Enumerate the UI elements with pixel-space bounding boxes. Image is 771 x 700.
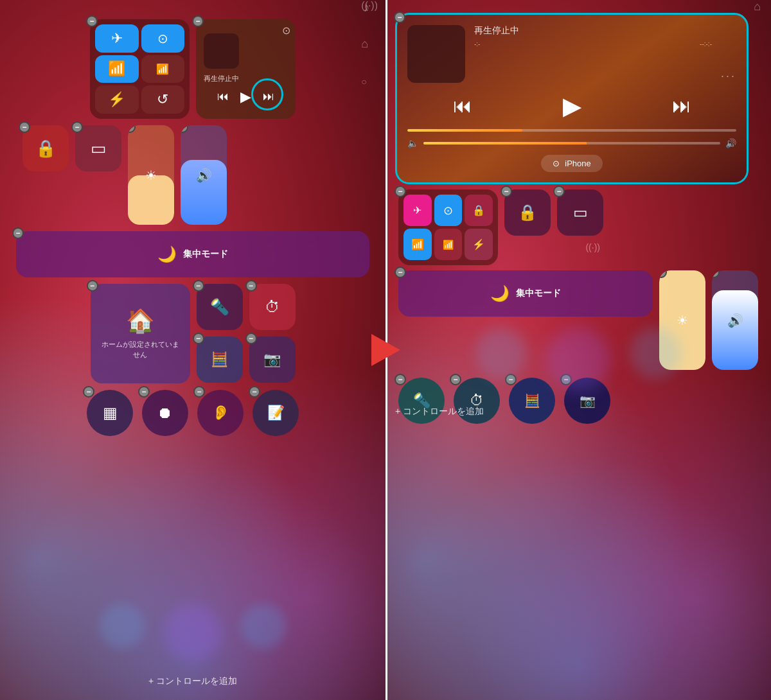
volume-slider[interactable]: − 🔊 [181,125,227,225]
calc-icon-r: 🧮 [524,393,540,408]
play-btn-right[interactable]: ▶ [563,92,581,120]
small-icons-col: − 🔦 − ⏱ − 🧮 [197,284,296,383]
right-sm-row: − 🔒 − ▭ [504,189,603,236]
qr-widget[interactable]: − ▦ [87,390,133,436]
minus-home[interactable]: − [87,280,98,292]
add-control-label-left: + コントロールを追加 [148,676,237,686]
conn-widget-right[interactable]: − ✈ ⊙ 🔒 📶 [398,189,498,265]
lock-right[interactable]: 🔒 [465,195,493,226]
bluetooth-icon-r: ⚡ [472,238,485,250]
minus-volume[interactable]: − [181,125,188,133]
right-content: − 再生停止中 -:- --:-:- ··· ⏮ ▶ ⏭ [386,0,771,430]
deco-circle-2 [164,604,222,661]
next-icon-left[interactable]: ⏭ [263,90,274,103]
minus-notes[interactable]: − [249,386,260,398]
moon-icon-left: 🌙 [157,245,177,263]
deco-circle-1 [100,604,145,649]
volume-icon: 🔊 [196,168,212,183]
left-row4: − 🏠 ホームが設定されていません − 🔦 − [13,284,373,383]
minus-camera[interactable]: − [245,333,257,344]
moon-icon-right: 🌙 [490,284,510,302]
signal-cell[interactable]: 📶 [141,55,185,83]
minus-screen-r[interactable]: − [553,186,565,197]
minus-timer[interactable]: − [245,280,257,292]
minus-qr[interactable]: − [83,386,94,398]
record-widget[interactable]: − ⏺ [142,390,188,436]
play-icon-left[interactable]: ▶ [240,89,251,105]
bluetooth-right[interactable]: ⚡ [465,229,493,260]
airplay-device-name: iPhone [565,159,590,168]
accessibility-icon: 👂 [212,405,229,421]
brightness-slider[interactable]: − ☀ [128,125,174,225]
brightness-icon-r: ☀ [677,313,688,328]
minus-badge-media[interactable]: − [192,15,204,27]
accessibility-widget[interactable]: − 👂 [197,390,244,436]
calc-icon: 🧮 [211,351,228,368]
conn-grid-right: ✈ ⊙ 🔒 📶 📶 [398,189,498,265]
left-row3: − 🌙 集中モード [13,231,373,277]
minus-calc[interactable]: − [193,333,204,344]
minus-lock[interactable]: − [19,121,30,133]
minus-badge[interactable]: − [86,15,98,27]
wifi-cell[interactable]: 📶 [95,55,139,83]
minus-expanded[interactable]: − [394,12,405,23]
add-control-right[interactable]: + コントロールを追加 [395,405,484,417]
deco-r3 [630,328,681,379]
airdrop-cell[interactable]: ⊙ [141,24,185,53]
minus-screen[interactable]: − [71,121,83,133]
deco-circle-3 [241,604,286,649]
notes-widget[interactable]: − 📝 [253,390,299,436]
minus-focus-r[interactable]: − [394,267,406,278]
time-right: --:-:- [700,40,712,48]
home-icon-left: 🏠 [126,308,155,335]
timer-widget[interactable]: − ⏱ [249,284,296,330]
camera-icon-r: 📷 [580,393,596,408]
connectivity-widget[interactable]: − ✈ ⊙ 📶 📶 [90,19,190,119]
minus-lock-r[interactable]: − [501,186,512,197]
progress-fill [407,129,522,132]
left-sm-row1: − 🔒 − ▭ [22,125,121,171]
airdrop-right[interactable]: ⊙ [434,195,463,226]
minus-flash[interactable]: − [193,280,204,292]
minus-record[interactable]: − [138,386,150,398]
prev-btn-right[interactable]: ⏮ [453,95,472,117]
airplane-right[interactable]: ✈ [403,195,432,226]
airplay-btn[interactable]: ⊙ iPhone [541,155,602,172]
media-exp-top: 再生停止中 -:- --:-:- ··· [407,25,736,83]
signal-icon-r: 📶 [443,240,454,250]
calc-widget[interactable]: − 🧮 [197,337,243,383]
signal-right[interactable]: 📶 [434,229,463,260]
bluetooth-cell[interactable]: ⚡ [95,85,139,114]
prev-icon-left[interactable]: ⏮ [217,90,229,103]
screen-sm-right[interactable]: − ▭ [557,189,603,236]
focus-label-right: 集中モード [516,288,561,299]
camera-icon: 📷 [263,351,281,368]
airplane-cell[interactable]: ✈ [95,24,139,53]
minus-conn-right[interactable]: − [394,186,406,197]
lock-sm-right[interactable]: − 🔒 [504,189,551,236]
home-widget-left[interactable]: − 🏠 ホームが設定されていません [91,284,190,383]
airplane-icon-r: ✈ [413,204,421,216]
minus-focus[interactable]: − [12,227,24,239]
media-widget-left[interactable]: − ⊙ 再生停止中 ⏮ ▶ ⏭ [196,19,296,119]
left-row5: − ▦ − ⏺ − 👂 − 📝 [13,390,373,436]
arrow-divider [366,331,405,369]
focus-widget-left[interactable]: − 🌙 集中モード [16,231,369,277]
media-expanded-widget[interactable]: − 再生停止中 -:- --:-:- ··· ⏮ ▶ ⏭ [395,13,749,184]
airplay-device-icon: ⊙ [553,159,560,168]
media-exp-info: 再生停止中 -:- --:-:- [474,25,712,48]
wifi-right[interactable]: 📶 [403,229,432,260]
minus-vol-r[interactable]: − [712,270,720,278]
camera-widget[interactable]: − 📷 [249,337,296,383]
rotation-icon: ↺ [157,91,168,108]
bluetooth-icon: ⚡ [108,91,125,108]
next-btn-right[interactable]: ⏭ [672,95,691,117]
lock-widget[interactable]: − 🔒 [22,125,69,171]
screen-widget[interactable]: − ▭ [75,125,121,171]
add-control-left[interactable]: + コントロールを追加 [148,675,237,687]
flashlight-widget[interactable]: − 🔦 [197,284,243,330]
minus-access[interactable]: − [193,386,205,398]
minus-brightness[interactable]: − [128,125,136,133]
focus-widget-right[interactable]: − 🌙 集中モード [398,270,653,317]
rotation-cell[interactable]: ↺ [141,85,185,114]
